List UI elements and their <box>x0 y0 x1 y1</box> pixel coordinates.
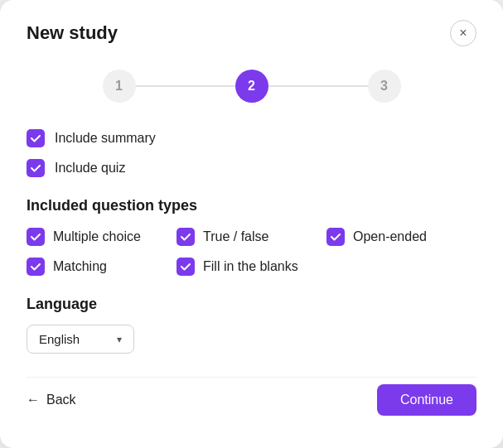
checkmark-icon <box>180 231 191 243</box>
step-1: 1 <box>103 70 136 103</box>
stepper: 1 2 3 <box>27 70 476 103</box>
true-false-label: True / false <box>203 229 268 244</box>
matching-checkbox[interactable] <box>27 258 45 276</box>
question-types-grid: Multiple choice True / false Open-ended <box>27 228 476 276</box>
checkmark-icon <box>30 132 41 144</box>
fill-blanks-label: Fill in the blanks <box>203 259 298 274</box>
matching-label: Matching <box>53 259 107 274</box>
chevron-down-icon: ▾ <box>117 334 122 345</box>
include-summary-checkbox[interactable] <box>27 129 45 147</box>
question-types-section: Included question types Multiple choice … <box>27 197 476 276</box>
language-selected-value: English <box>39 332 110 346</box>
fill-blanks-checkbox[interactable] <box>177 258 195 276</box>
modal-header: New study × <box>27 20 476 46</box>
step-line-1 <box>136 85 235 87</box>
language-dropdown[interactable]: English ▾ <box>27 325 134 354</box>
checkmark-icon <box>30 231 41 243</box>
checkmark-icon <box>30 261 41 272</box>
multiple-choice-row: Multiple choice <box>27 228 177 246</box>
modal-title: New study <box>27 22 118 44</box>
include-quiz-label: Include quiz <box>55 161 125 176</box>
modal-footer: ← Back Continue <box>27 377 476 416</box>
language-title: Language <box>27 296 476 313</box>
true-false-checkbox[interactable] <box>177 228 195 246</box>
fill-blanks-row: Fill in the blanks <box>177 258 326 276</box>
step-2: 2 <box>235 70 268 103</box>
back-label: Back <box>46 393 76 407</box>
include-summary-row: Include summary <box>27 129 476 147</box>
open-ended-checkbox[interactable] <box>326 228 345 246</box>
back-arrow-icon: ← <box>27 393 40 407</box>
open-ended-label: Open-ended <box>353 229 427 244</box>
include-summary-label: Include summary <box>55 131 156 146</box>
step-line-2 <box>268 85 368 87</box>
close-button[interactable]: × <box>450 20 476 46</box>
checkmark-icon <box>180 261 191 272</box>
back-button[interactable]: ← Back <box>27 393 76 407</box>
step-3: 3 <box>368 70 401 103</box>
true-false-row: True / false <box>177 228 326 246</box>
checkmark-icon <box>330 231 341 243</box>
include-quiz-row: Include quiz <box>27 159 476 177</box>
new-study-modal: New study × 1 2 3 Include summary <box>0 0 503 448</box>
include-quiz-checkbox[interactable] <box>27 159 45 177</box>
question-types-title: Included question types <box>27 197 476 214</box>
language-section: Language English ▾ <box>27 296 476 354</box>
multiple-choice-label: Multiple choice <box>53 229 141 244</box>
matching-row: Matching <box>27 258 177 276</box>
checkmark-icon <box>30 162 41 174</box>
open-ended-row: Open-ended <box>326 228 476 246</box>
include-options-section: Include summary Include quiz <box>27 129 476 177</box>
continue-button[interactable]: Continue <box>377 384 476 416</box>
multiple-choice-checkbox[interactable] <box>27 228 45 246</box>
